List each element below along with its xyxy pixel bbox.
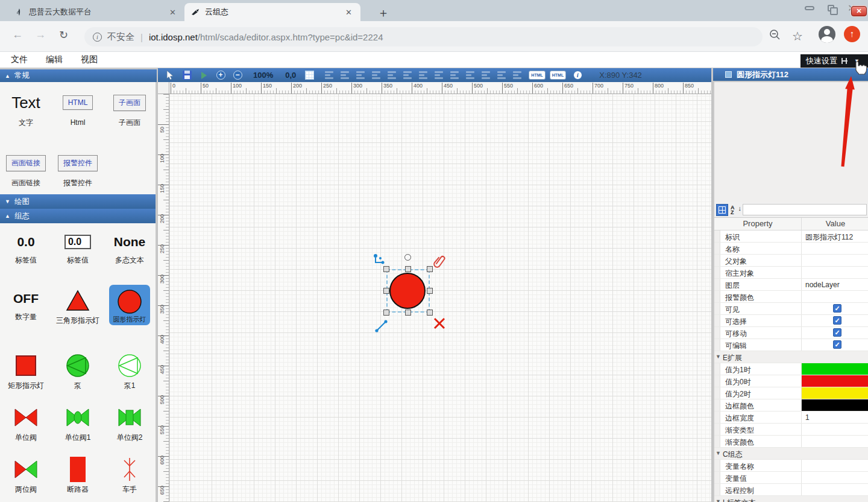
property-row[interactable]: 渐变类型 <box>714 424 868 436</box>
quick-settings-button[interactable]: 快速设置 ▼ <box>800 54 868 68</box>
property-value[interactable] <box>802 363 868 375</box>
property-value[interactable] <box>802 291 868 302</box>
tab2-close-icon[interactable]: ✕ <box>343 8 354 17</box>
window-restore-button[interactable] <box>828 5 834 11</box>
property-value[interactable]: 圆形指示灯112 <box>802 230 868 242</box>
palette-item[interactable]: 子画面子画面 <box>104 87 156 142</box>
property-row[interactable]: 图层nodeLayer <box>714 279 868 291</box>
palette-item[interactable]: 单位阀 <box>0 402 52 449</box>
menu-file[interactable]: 文件 <box>11 54 28 65</box>
property-row[interactable]: 远程控制 <box>714 484 868 496</box>
palette-item[interactable]: 泵 <box>52 350 104 397</box>
property-value[interactable] <box>802 375 868 387</box>
selection-handle[interactable] <box>383 310 389 316</box>
sort-az-icon[interactable]: AZ <box>731 205 740 215</box>
align-left-icon[interactable] <box>356 71 366 79</box>
property-row[interactable]: 标识圆形指示灯112 <box>714 230 868 243</box>
color-swatch[interactable] <box>802 387 868 399</box>
palette-section-header-general[interactable]: ▲ 常规 <box>0 69 157 82</box>
selection-handle[interactable] <box>427 288 433 294</box>
browser-tab-1[interactable]: 思普云大数据平台 ✕ <box>8 3 184 21</box>
categorized-view-icon[interactable] <box>716 204 728 216</box>
zoom-in-icon[interactable]: + <box>213 69 228 81</box>
align-middle-icon[interactable] <box>419 71 429 79</box>
export-html2-icon[interactable]: HTML <box>550 71 566 80</box>
palette-section-header-2[interactable]: ▲组态 <box>0 209 156 223</box>
color-swatch[interactable] <box>802 363 868 375</box>
property-value[interactable] <box>802 484 868 495</box>
property-value[interactable] <box>802 243 868 254</box>
palette-item[interactable]: 单位阀2 <box>104 402 156 449</box>
property-value[interactable] <box>802 472 868 483</box>
tab1-close-icon[interactable]: ✕ <box>167 8 178 17</box>
property-row[interactable]: 父对象 <box>714 255 868 267</box>
align-bottom-icon[interactable] <box>435 71 444 79</box>
palette-section-header-1[interactable]: ▼绘图 <box>0 194 156 209</box>
property-value[interactable]: ✓ <box>802 315 868 326</box>
checkbox-checked-icon[interactable]: ✓ <box>833 340 841 349</box>
property-row[interactable]: 变量值 <box>714 472 868 484</box>
property-value[interactable] <box>802 255 868 266</box>
property-value[interactable]: 1 <box>802 411 868 423</box>
palette-item[interactable]: 0.0标签值 <box>0 228 52 280</box>
zoom-out-page-icon[interactable] <box>769 29 781 44</box>
align-center-h-icon[interactable] <box>372 71 382 79</box>
palette-item[interactable]: 三角形指示灯 <box>52 285 104 345</box>
new-tab-button[interactable]: ＋ <box>377 5 389 21</box>
property-value[interactable]: ✓ <box>802 339 868 351</box>
property-row[interactable]: 值为1时 <box>714 363 868 375</box>
property-row[interactable]: 边框宽度1 <box>714 411 868 424</box>
line-tool-icon[interactable] <box>374 319 389 335</box>
link-paperclip-icon[interactable] <box>433 255 447 272</box>
palette-item[interactable]: OFF数字量 <box>0 285 52 345</box>
property-row[interactable]: 可选择✓ <box>714 315 868 327</box>
forward-icon[interactable]: → <box>35 28 46 41</box>
menu-edit[interactable]: 编辑 <box>46 54 63 65</box>
browser-update-icon[interactable]: ↑ <box>844 26 860 42</box>
grid-toggle-icon[interactable] <box>302 69 316 81</box>
selection-handle[interactable] <box>383 266 389 272</box>
profile-avatar[interactable] <box>819 26 835 43</box>
dock-icon[interactable] <box>841 58 849 64</box>
same-height-icon[interactable] <box>466 71 476 79</box>
property-value[interactable]: nodeLayer <box>802 279 868 290</box>
property-group-row[interactable]: ▼L标签文本 <box>714 496 868 502</box>
checkbox-checked-icon[interactable]: ✓ <box>833 316 841 325</box>
property-row[interactable]: 可移动✓ <box>714 327 868 339</box>
group-collapse-icon[interactable]: ▼ <box>714 351 720 363</box>
save-icon[interactable] <box>180 69 194 81</box>
property-value[interactable] <box>802 460 868 471</box>
distribute-h-icon[interactable] <box>482 71 491 79</box>
same-width-icon[interactable] <box>450 71 460 79</box>
distribute-v-icon[interactable] <box>497 71 507 79</box>
window-minimize-button[interactable] <box>805 6 814 10</box>
property-value[interactable] <box>802 436 868 447</box>
bookmark-star-icon[interactable]: ☆ <box>792 29 803 43</box>
site-info-icon[interactable]: i <box>93 33 102 42</box>
selection-handle[interactable] <box>427 266 433 272</box>
property-row[interactable]: 宿主对象 <box>714 267 868 279</box>
property-row[interactable]: 值为2时 <box>714 387 868 399</box>
property-row[interactable]: 渐变颜色 <box>714 436 868 448</box>
property-row[interactable]: 值为0时 <box>714 375 868 387</box>
property-row[interactable]: 可见✓ <box>714 303 868 315</box>
back-icon[interactable]: ← <box>12 28 23 41</box>
rotate-handle[interactable] <box>404 254 411 261</box>
palette-item[interactable]: Text文字 <box>0 87 52 142</box>
palette-item[interactable]: 单位阀1 <box>52 402 104 449</box>
connector-icon[interactable] <box>325 71 335 79</box>
polyline-icon[interactable] <box>341 71 350 79</box>
palette-item[interactable]: 断路器 <box>52 454 104 502</box>
group-collapse-icon[interactable]: ▼ <box>714 448 720 459</box>
design-canvas[interactable]: 0501001502002503003504004505005506006507… <box>158 82 711 502</box>
color-swatch[interactable] <box>802 375 868 387</box>
palette-item-selected[interactable]: 圆形指示灯 <box>109 285 150 325</box>
palette-item[interactable]: 报警控件报警控件 <box>52 147 104 194</box>
export-html-icon[interactable]: HTML <box>529 71 545 80</box>
align-top-icon[interactable] <box>403 71 413 79</box>
group-collapse-icon[interactable]: ▼ <box>714 496 720 502</box>
property-value[interactable] <box>802 267 868 278</box>
palette-item[interactable]: 圆形指示灯 <box>104 285 156 345</box>
property-filter-input[interactable] <box>743 204 867 215</box>
select-cursor-icon[interactable] <box>163 69 177 81</box>
